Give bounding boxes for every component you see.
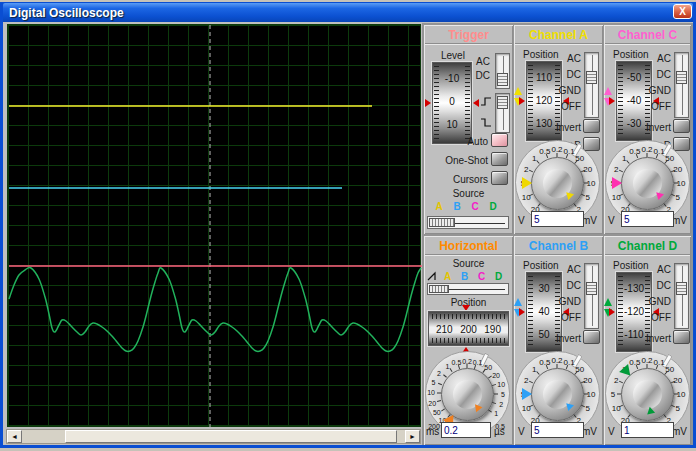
- coupling-switch[interactable]: [584, 263, 599, 329]
- coupling-ac-label: AC: [641, 53, 671, 64]
- slider-thumb[interactable]: [429, 285, 449, 293]
- horizontal-panel: Horizontal Source A B C D Position 210 2…: [424, 236, 513, 445]
- knob-scale-label: 1: [494, 410, 498, 417]
- knob-scale-label: 20: [583, 164, 592, 173]
- source-b-label: B: [458, 271, 471, 282]
- horizontal-title: Horizontal: [425, 237, 512, 255]
- trigger-dc-label: DC: [464, 70, 490, 81]
- knob-scale-label: 10: [497, 380, 505, 387]
- arrow-up-icon[interactable]: [604, 87, 612, 95]
- channel-d-panel: Channel D Position -130 -120 -110 AC DC …: [604, 236, 691, 445]
- arrow-up-icon[interactable]: [514, 87, 522, 95]
- waveform-d: [9, 268, 421, 352]
- slider-thumb[interactable]: [429, 218, 455, 227]
- scale-value-input[interactable]: [621, 422, 674, 438]
- knob-scale-label: 10: [612, 193, 621, 202]
- trigger-edge-switch[interactable]: [495, 93, 510, 133]
- knob-scale-label: 2: [524, 164, 528, 173]
- dial-marker-left: [609, 97, 615, 105]
- unit-millivolts-label: mV: [672, 426, 687, 437]
- invert-button[interactable]: [673, 119, 690, 133]
- knob-scale-label: 1: [445, 363, 449, 370]
- scroll-left-button[interactable]: ◄: [7, 430, 22, 443]
- switch-thumb[interactable]: [586, 71, 597, 84]
- h-position-tick: 190: [484, 323, 501, 334]
- source-a-label: A: [441, 271, 454, 282]
- coupling-switch[interactable]: [584, 52, 599, 118]
- unit-volts-label: V: [608, 426, 615, 437]
- switch-thumb[interactable]: [676, 282, 687, 295]
- horizontal-position-dial[interactable]: 210 200 190: [428, 311, 509, 346]
- scale-value-input[interactable]: [531, 211, 584, 227]
- level-label: Level: [441, 50, 465, 61]
- window-title: Digital Oscilloscope: [9, 6, 124, 20]
- source-a-label: A: [432, 201, 446, 212]
- switch-thumb[interactable]: [497, 73, 508, 86]
- coupling-off-label: OFF: [641, 312, 671, 323]
- scale-value-input[interactable]: [621, 211, 674, 227]
- scroll-right-button[interactable]: ►: [405, 430, 420, 443]
- arrow-up-icon[interactable]: [514, 298, 522, 306]
- knob-scale-label: 20: [583, 375, 592, 384]
- coupling-off-label: OFF: [551, 312, 581, 323]
- knob-scale-label: 0.1: [564, 358, 575, 367]
- timebase-value-input[interactable]: [441, 422, 491, 438]
- source-b-label: B: [450, 201, 464, 212]
- knob-scale-label: 10: [587, 390, 596, 399]
- coupling-gnd-label: GND: [551, 296, 581, 307]
- level-tick: 10: [433, 119, 471, 130]
- knob-tick: [617, 394, 621, 395]
- trigger-panel: Trigger Level -10 0 10 AC DC Auto One-Sh…: [424, 25, 513, 234]
- invert-label: Invert: [538, 333, 581, 344]
- trigger-title: Trigger: [425, 26, 512, 44]
- unit-us-label: µs: [494, 426, 505, 437]
- trigger-coupling-switch[interactable]: [495, 53, 510, 89]
- cursors-button[interactable]: [491, 171, 508, 185]
- knob-scale-label: 1: [532, 153, 536, 162]
- knob-scale-label: 0.1: [473, 359, 483, 366]
- switch-thumb[interactable]: [497, 96, 508, 109]
- channel-title: Channel C: [605, 26, 690, 44]
- scroll-thumb[interactable]: [65, 430, 397, 443]
- invert-button[interactable]: [583, 330, 600, 344]
- channel-title: Channel B: [515, 237, 602, 255]
- channel-c-panel: Channel C Position -50 -40 -30 AC DC GND…: [604, 25, 691, 234]
- knob-scale-label: 20: [673, 164, 682, 173]
- channel-title: Channel A: [515, 26, 602, 44]
- arrow-up-icon[interactable]: [604, 298, 612, 306]
- knob-scale-label: 50: [575, 364, 584, 373]
- horizontal-source-label: Source: [424, 258, 513, 269]
- source-d-label: D: [486, 201, 500, 212]
- h-scrollbar[interactable]: ◄ ►: [6, 429, 421, 444]
- knob-scale-label: 0.5: [452, 359, 462, 366]
- knob-scale-label: 10: [522, 404, 531, 413]
- knob-scale-label: 5: [611, 390, 615, 399]
- coupling-switch[interactable]: [674, 263, 689, 329]
- scope-display: [7, 24, 421, 427]
- scale-value-input[interactable]: [531, 422, 584, 438]
- knob-scale-label: 1: [532, 364, 536, 373]
- invert-label: Invert: [538, 122, 581, 133]
- knob-scale-label: 0.2: [551, 145, 562, 154]
- knob-tick: [494, 394, 498, 395]
- invert-button[interactable]: [583, 119, 600, 133]
- coupling-gnd-label: GND: [641, 85, 671, 96]
- level-tick: 0: [433, 96, 471, 107]
- auto-button[interactable]: [491, 133, 508, 147]
- cursors-label: Cursors: [436, 174, 488, 185]
- oneshot-button[interactable]: [491, 152, 508, 166]
- coupling-switch[interactable]: [674, 52, 689, 118]
- switch-thumb[interactable]: [586, 282, 597, 295]
- invert-label: Invert: [628, 122, 671, 133]
- coupling-off-label: OFF: [641, 101, 671, 112]
- coupling-dc-label: DC: [641, 69, 671, 80]
- close-button[interactable]: X: [673, 4, 692, 19]
- unit-millivolts-label: mV: [672, 215, 687, 226]
- horizontal-source-slider[interactable]: [427, 283, 509, 295]
- trigger-source-slider[interactable]: [427, 216, 509, 229]
- knob-scale-label: 50: [484, 364, 492, 371]
- knob-scale-label: 0.5: [539, 147, 550, 156]
- knob-scale-label: 0.2: [641, 145, 652, 154]
- switch-thumb[interactable]: [676, 71, 687, 84]
- invert-button[interactable]: [673, 330, 690, 344]
